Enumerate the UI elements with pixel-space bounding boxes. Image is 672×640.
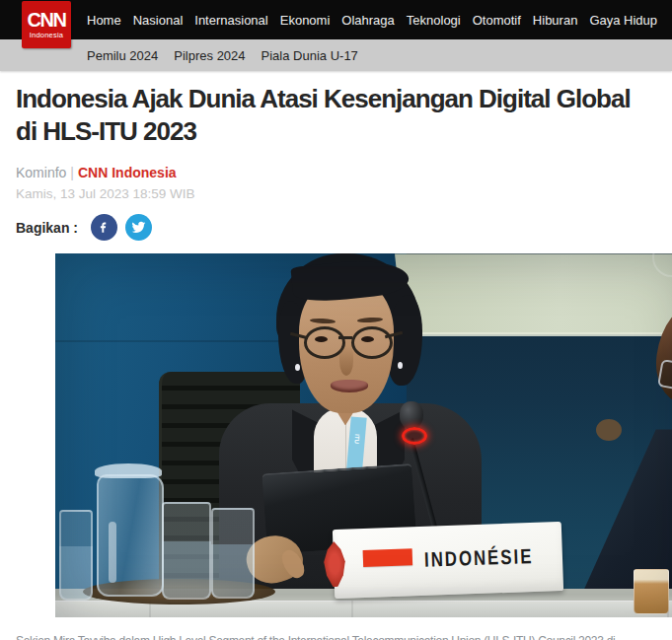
top-navigation-bar: Home Nasional Internasional Ekonomi Olah… — [0, 0, 672, 39]
nav-item-gaya-hidup[interactable]: Gaya Hidup — [589, 13, 657, 28]
byline-separator: | — [70, 165, 74, 180]
water-pitcher — [97, 474, 164, 597]
coffee-glass — [634, 569, 669, 614]
nav-item-teknologi[interactable]: Teknologi — [407, 13, 461, 28]
twitter-icon — [131, 220, 146, 235]
projection-screen — [395, 253, 672, 334]
nav-item-otomotif[interactable]: Otomotif — [473, 13, 521, 28]
water-pitcher-lid — [95, 463, 162, 478]
nav-item-olahraga[interactable]: Olahraga — [341, 13, 394, 28]
nav-item-internasional[interactable]: Internasional — [194, 13, 267, 28]
subnav-item-piala-dunia-u17[interactable]: Piala Dunia U-17 — [261, 48, 358, 63]
speaker-glasses-bridge — [338, 336, 352, 339]
share-label: Bagikan : — [16, 220, 78, 236]
water-glass — [211, 508, 255, 599]
cnn-indonesia-logo[interactable]: CNN Indonesia — [22, 1, 71, 48]
image-caption: Sekjen Mira Tayyiba dalam High Level Seg… — [16, 633, 656, 640]
placard-country-name: INDONÉSIE — [424, 545, 534, 570]
indonesia-flag — [363, 549, 413, 568]
desk-panel-seam — [351, 601, 353, 617]
projection-screen-frame — [401, 332, 672, 336]
water-glass — [162, 502, 211, 600]
article-image-conference-photo[interactable]: ITU ITU — [55, 253, 672, 617]
twitter-share-button[interactable] — [125, 214, 152, 241]
byline-site-link[interactable]: CNN Indonesia — [78, 165, 177, 180]
cnn-logo-text: CNN — [28, 10, 66, 30]
nav-item-nasional[interactable]: Nasional — [133, 13, 184, 28]
article-content: Indonesia Ajak Dunia Atasi Kesenjangan D… — [0, 83, 672, 640]
nav-item-hiburan[interactable]: Hiburan — [533, 13, 578, 28]
nav-item-home[interactable]: Home — [87, 13, 121, 28]
country-placard: INDONÉSIE — [333, 522, 563, 599]
share-row: Bagikan : — [16, 214, 656, 241]
facebook-icon — [97, 220, 112, 235]
subnav-item-pilpres-2024[interactable]: Pilpres 2024 — [174, 48, 245, 63]
lanyard-label: ITU — [353, 434, 360, 444]
article-title: Indonesia Ajak Dunia Atasi Kesenjangan D… — [16, 83, 656, 148]
nav-item-ekonomi[interactable]: Ekonomi — [280, 13, 331, 28]
facebook-share-button[interactable] — [91, 214, 117, 241]
subnav-item-pemilu-2024[interactable]: Pemilu 2024 — [87, 48, 158, 63]
water-glass — [59, 510, 93, 601]
byline: Kominfo|CNN Indonesia — [16, 165, 656, 180]
microphone-head — [400, 401, 423, 429]
publish-date: Kamis, 13 Jul 2023 18:59 WIB — [16, 186, 656, 201]
secondary-navigation-bar: Pemilu 2024 Pilpres 2024 Piala Dunia U-1… — [0, 39, 672, 71]
cnn-logo-subtext: Indonesia — [30, 31, 63, 39]
byline-source: Kominfo — [16, 165, 66, 180]
